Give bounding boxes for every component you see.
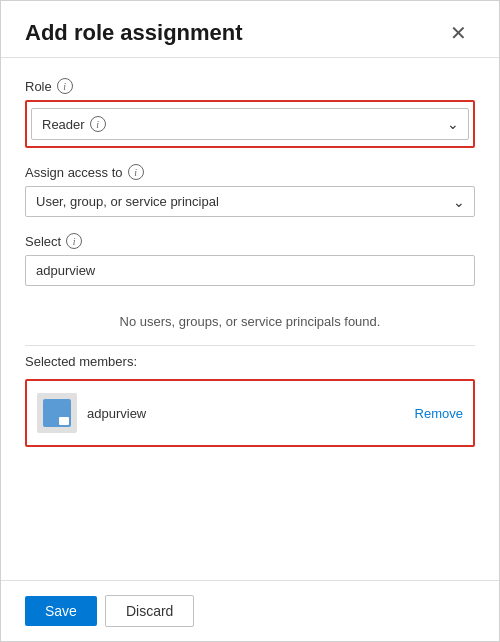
member-info: adpurview bbox=[37, 393, 146, 433]
dialog-header: Add role assignment ✕ bbox=[1, 1, 499, 58]
role-field-group: Role i Reader i ⌄ bbox=[25, 78, 475, 148]
role-dropdown-wrapper: Reader i ⌄ bbox=[31, 108, 469, 140]
dialog-title: Add role assignment bbox=[25, 20, 243, 46]
dialog-body: Role i Reader i ⌄ Assign access to bbox=[1, 58, 499, 580]
assign-access-dropdown[interactable]: User, group, or service principal bbox=[25, 186, 475, 217]
save-button[interactable]: Save bbox=[25, 596, 97, 626]
role-dropdown[interactable]: Reader i bbox=[31, 108, 469, 140]
dialog-footer: Save Discard bbox=[1, 580, 499, 641]
member-name: adpurview bbox=[87, 406, 146, 421]
close-button[interactable]: ✕ bbox=[442, 19, 475, 47]
role-field-wrapper: Reader i ⌄ bbox=[25, 100, 475, 148]
remove-member-button[interactable]: Remove bbox=[415, 406, 463, 421]
role-info-icon[interactable]: i bbox=[57, 78, 73, 94]
selected-members-label: Selected members: bbox=[25, 354, 475, 369]
role-label: Role i bbox=[25, 78, 475, 94]
assign-access-label: Assign access to i bbox=[25, 164, 475, 180]
select-field-group: Select i bbox=[25, 233, 475, 286]
member-item: adpurview Remove bbox=[33, 387, 467, 439]
select-info-icon[interactable]: i bbox=[66, 233, 82, 249]
assign-access-info-icon[interactable]: i bbox=[128, 164, 144, 180]
select-label: Select i bbox=[25, 233, 475, 249]
discard-button[interactable]: Discard bbox=[105, 595, 194, 627]
member-avatar-icon bbox=[43, 399, 71, 427]
assign-access-field-group: Assign access to i User, group, or servi… bbox=[25, 164, 475, 217]
member-avatar bbox=[37, 393, 77, 433]
select-input[interactable] bbox=[25, 255, 475, 286]
no-results-message: No users, groups, or service principals … bbox=[25, 302, 475, 337]
reader-info-icon[interactable]: i bbox=[90, 116, 106, 132]
member-item-wrapper: adpurview Remove bbox=[25, 379, 475, 447]
add-role-assignment-dialog: Add role assignment ✕ Role i Reader i ⌄ bbox=[0, 0, 500, 642]
assign-access-dropdown-wrapper: User, group, or service principal ⌄ bbox=[25, 186, 475, 217]
selected-members-group: Selected members: adpurview Remove bbox=[25, 354, 475, 447]
divider bbox=[25, 345, 475, 346]
